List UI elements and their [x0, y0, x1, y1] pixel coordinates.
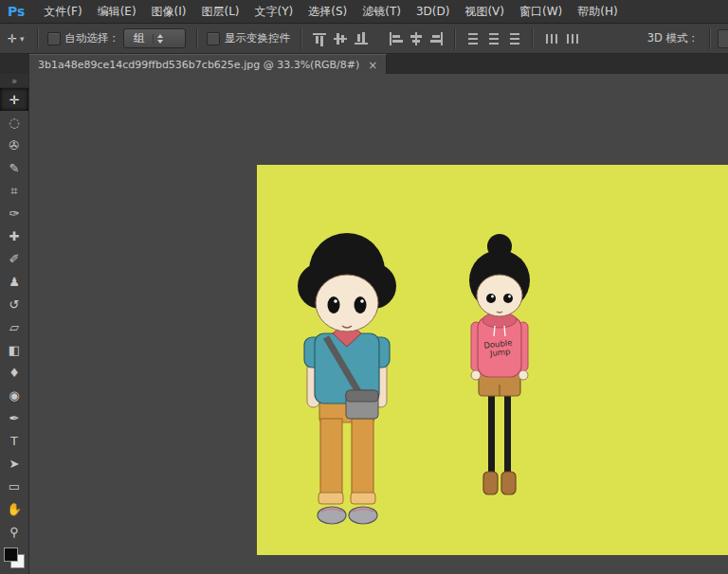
healing-brush-tool-icon: ✚	[9, 230, 20, 242]
menu-image[interactable]: 图像(I)	[144, 4, 194, 20]
auto-select-mode-value: 组	[134, 31, 145, 45]
boy-cuff-right	[351, 493, 375, 504]
type-tool-icon: T	[10, 435, 18, 447]
menu-filter[interactable]: 滤镜(T)	[355, 4, 409, 20]
crop-tool[interactable]: ⌗	[0, 179, 28, 202]
distribute-bottom-edges-icon[interactable]	[507, 31, 522, 46]
3d-mode-label: 3D 模式：	[647, 31, 699, 45]
brush-tool-icon: ✐	[9, 253, 20, 265]
menu-window[interactable]: 窗口(W)	[512, 4, 570, 20]
divider	[300, 28, 302, 49]
history-brush-tool[interactable]: ↺	[0, 293, 28, 315]
distribute-top-edges-icon[interactable]	[465, 31, 481, 46]
show-transform-checkbox[interactable]	[207, 32, 220, 45]
3d-mode-button[interactable]	[718, 29, 728, 48]
align-top-edges-icon[interactable]	[312, 31, 327, 46]
hand-tool[interactable]: ✋	[0, 497, 28, 520]
show-transform-label: 显示变换控件	[225, 31, 290, 45]
dodge-tool[interactable]: ◉	[0, 384, 28, 406]
pen-tool-icon: ✒	[9, 412, 20, 424]
menu-layer[interactable]: 图层(L)	[193, 4, 246, 20]
boy-face	[316, 275, 378, 332]
move-tool-icon: ✛	[8, 32, 17, 45]
zoom-tool[interactable]: ⚲	[0, 520, 28, 543]
tab-bar: 3b1a48e89ce14cd99ffbd536b7cb625e.jpg @ 3…	[0, 54, 728, 75]
document-tab-title: 3b1a48e89ce14cd99ffbd536b7cb625e.jpg @ 3…	[38, 59, 359, 71]
quick-selection-tool[interactable]: ✎	[0, 156, 28, 179]
history-brush-tool-icon: ↺	[9, 298, 20, 311]
menu-select[interactable]: 选择(S)	[300, 4, 355, 20]
align-right-edges-icon[interactable]	[429, 31, 445, 46]
tool-panel: » ✛ ◌ ✇ ✎ ⌗ ✑ ✚ ✐ ♟ ↺ ▱ ◧ ♦ ◉ ✒ T ➤ ▭ ✋ …	[0, 74, 29, 574]
canvas-area[interactable]: Double Jump	[29, 74, 728, 574]
document-image: Double Jump	[257, 165, 728, 555]
menu-view[interactable]: 视图(V)	[457, 4, 512, 20]
path-selection-tool-icon: ➤	[9, 457, 20, 470]
eraser-tool[interactable]: ▱	[0, 315, 28, 338]
document-tab[interactable]: 3b1a48e89ce14cd99ffbd536b7cb625e.jpg @ 3…	[29, 54, 387, 75]
crop-tool-icon: ⌗	[10, 185, 17, 197]
menu-bar: Ps 文件(F) 编辑(E) 图像(I) 图层(L) 文字(Y) 选择(S) 滤…	[0, 0, 728, 24]
clone-stamp-tool[interactable]: ♟	[0, 270, 28, 293]
collapse-panel-button[interactable]: »	[0, 74, 28, 88]
auto-select-checkbox[interactable]	[47, 32, 61, 45]
zoom-tool-icon: ⚲	[9, 526, 19, 538]
divider	[454, 28, 456, 49]
distribute-left-edges-icon[interactable]	[543, 31, 558, 46]
gradient-tool[interactable]: ◧	[0, 338, 28, 361]
menu-3d[interactable]: 3D(D)	[409, 5, 457, 18]
tool-preset-picker[interactable]: ✛ ▾	[8, 32, 25, 45]
divider	[37, 28, 39, 49]
photoshop-logo: Ps	[8, 4, 25, 19]
divider	[709, 28, 711, 49]
align-vertical-centers-icon[interactable]	[333, 31, 348, 46]
menu-file[interactable]: 文件(F)	[36, 4, 89, 20]
move-tool-icon: ✛	[9, 94, 20, 106]
brush-tool[interactable]: ✐	[0, 247, 28, 270]
close-icon[interactable]: ×	[368, 59, 377, 72]
color-swatches[interactable]	[4, 547, 25, 568]
girl-leg-left	[488, 390, 495, 477]
eyedropper-tool[interactable]: ✑	[0, 202, 28, 224]
shape-tool[interactable]: ▭	[0, 475, 28, 497]
distribute-vertical-centers-icon[interactable]	[486, 31, 501, 46]
quick-selection-tool-icon: ✎	[9, 162, 20, 174]
chevron-down-icon: ▾	[20, 34, 25, 44]
options-bar: ✛ ▾ 自动选择： 组 显示变换控件 3D 模式：	[0, 24, 728, 54]
gradient-tool-icon: ◧	[9, 344, 20, 356]
lasso-tool-icon: ✇	[9, 139, 20, 152]
clone-stamp-tool-icon: ♟	[9, 276, 20, 288]
blur-tool-icon: ♦	[9, 367, 20, 379]
align-bottom-edges-icon[interactable]	[354, 31, 369, 46]
foreground-color-swatch[interactable]	[4, 547, 18, 562]
eraser-tool-icon: ▱	[9, 321, 19, 333]
align-horizontal-centers-icon[interactable]	[409, 31, 424, 46]
menu-type[interactable]: 文字(Y)	[247, 4, 301, 20]
drawing: Double Jump	[257, 165, 728, 555]
divider	[532, 28, 534, 49]
auto-select-mode-dropdown[interactable]: 组	[123, 28, 186, 48]
dodge-tool-icon: ◉	[9, 389, 19, 402]
blur-tool[interactable]: ♦	[0, 361, 28, 384]
boy-cuff-left	[318, 493, 343, 504]
girl-face	[477, 275, 522, 316]
type-tool[interactable]: T	[0, 429, 28, 452]
shape-tool-icon: ▭	[9, 480, 20, 493]
auto-select-label: 自动选择：	[65, 31, 120, 45]
marquee-tool[interactable]: ◌	[0, 111, 28, 134]
path-selection-tool[interactable]: ➤	[0, 452, 28, 475]
menu-edit[interactable]: 编辑(E)	[90, 4, 144, 20]
distribute-horizontal-centers-icon[interactable]	[564, 31, 579, 46]
move-tool[interactable]: ✛	[0, 88, 28, 111]
pen-tool[interactable]: ✒	[0, 406, 28, 429]
girl-leg-right	[504, 390, 511, 477]
marquee-tool-icon: ◌	[9, 117, 19, 129]
menu-help[interactable]: 帮助(H)	[570, 4, 625, 20]
hand-tool-icon: ✋	[7, 503, 22, 515]
lasso-tool[interactable]: ✇	[0, 134, 28, 156]
dropdown-arrows-icon	[153, 34, 163, 44]
boy-bag	[346, 390, 378, 419]
main-area: » ✛ ◌ ✇ ✎ ⌗ ✑ ✚ ✐ ♟ ↺ ▱ ◧ ♦ ◉ ✒ T ➤ ▭ ✋ …	[0, 74, 728, 574]
align-left-edges-icon[interactable]	[388, 31, 403, 46]
healing-brush-tool[interactable]: ✚	[0, 224, 28, 247]
